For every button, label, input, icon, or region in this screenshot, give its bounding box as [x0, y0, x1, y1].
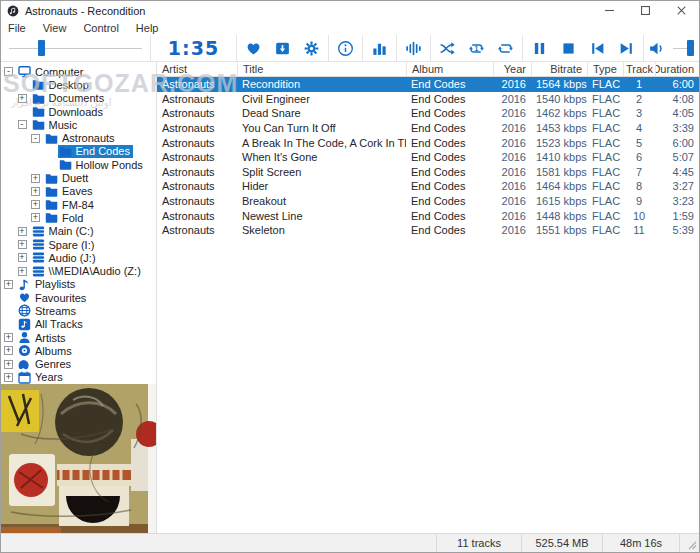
- tree-item-media-audio-z[interactable]: +\\MEDIA\Audio (Z:): [1, 264, 156, 277]
- tree-item-astronauts[interactable]: -Astronauts: [1, 131, 156, 144]
- cell-bitrate: 1453 kbps: [531, 122, 587, 134]
- minimize-button[interactable]: [591, 1, 627, 20]
- tree-item-hollow-ponds[interactable]: Hollow Ponds: [1, 158, 156, 171]
- tree-item-years[interactable]: +Years: [1, 371, 156, 384]
- album-art: [1, 384, 156, 533]
- expand-icon[interactable]: +: [4, 373, 13, 382]
- tree-item-audio-j[interactable]: +Audio (J:): [1, 251, 156, 264]
- drive-icon: [32, 238, 45, 251]
- table-row[interactable]: AstronautsDead SnareEnd Codes20161462 kb…: [157, 106, 699, 121]
- volume-track[interactable]: [673, 48, 691, 49]
- expand-icon[interactable]: +: [31, 213, 40, 222]
- spectrum-button[interactable]: [399, 35, 428, 61]
- tree-item-documents[interactable]: +Documents: [1, 92, 156, 105]
- maximize-button[interactable]: [627, 1, 663, 20]
- table-row[interactable]: AstronautsWhen It's GoneEnd Codes2016141…: [157, 150, 699, 165]
- previous-button[interactable]: [583, 35, 612, 61]
- stop-button[interactable]: [554, 35, 583, 61]
- table-row[interactable]: AstronautsYou Can Turn It OffEnd Codes20…: [157, 121, 699, 136]
- table-row[interactable]: AstronautsCivil EngineerEnd Codes2016154…: [157, 92, 699, 107]
- cell-title: Dead Snare: [237, 107, 406, 119]
- column-header-duration[interactable]: Duration: [655, 62, 699, 76]
- tree-item-eaves[interactable]: +Eaves: [1, 185, 156, 198]
- expand-icon[interactable]: +: [31, 200, 40, 209]
- table-row[interactable]: AstronautsHiderEnd Codes20161464 kbpsFLA…: [157, 179, 699, 194]
- repeat-button[interactable]: [491, 35, 520, 61]
- menu-file[interactable]: File: [8, 22, 26, 34]
- settings-button[interactable]: [297, 35, 326, 61]
- menu-view[interactable]: View: [43, 22, 67, 34]
- expand-icon[interactable]: +: [31, 174, 40, 183]
- tree-item-streams[interactable]: Streams: [1, 304, 156, 317]
- expand-icon[interactable]: +: [4, 360, 13, 369]
- pause-button[interactable]: [525, 35, 554, 61]
- shuffle-button[interactable]: [433, 35, 462, 61]
- tree-item-music[interactable]: -Music: [1, 118, 156, 131]
- repeat-icon: [497, 40, 514, 57]
- seek-slider[interactable]: [1, 35, 151, 61]
- table-row[interactable]: AstronautsNewest LineEnd Codes20161448 k…: [157, 208, 699, 223]
- expand-icon[interactable]: +: [18, 240, 27, 249]
- table-row[interactable]: AstronautsReconditionEnd Codes20161564 k…: [157, 77, 699, 92]
- tree-item-computer[interactable]: -Computer: [1, 65, 156, 78]
- cell-track: 7: [623, 166, 655, 178]
- tree-item-duett[interactable]: +Duett: [1, 171, 156, 184]
- collapse-icon[interactable]: -: [18, 120, 27, 129]
- volume-handle[interactable]: [687, 40, 694, 56]
- table-row[interactable]: AstronautsA Break In The Code, A Cork In…: [157, 135, 699, 150]
- equalizer-button[interactable]: [365, 35, 394, 61]
- menu-control[interactable]: Control: [83, 22, 118, 34]
- tree-item-favourites[interactable]: Favourites: [1, 291, 156, 304]
- column-header-year[interactable]: Year: [493, 62, 531, 76]
- expand-icon[interactable]: +: [4, 280, 13, 289]
- column-header-album[interactable]: Album: [406, 62, 493, 76]
- column-header-type[interactable]: Type: [587, 62, 623, 76]
- tree-item-main-c[interactable]: +Main (C:): [1, 225, 156, 238]
- favourite-button[interactable]: [239, 35, 268, 61]
- column-header-track[interactable]: Track: [623, 62, 655, 76]
- expand-icon[interactable]: +: [18, 253, 27, 262]
- tree-item-all-tracks[interactable]: All Tracks: [1, 318, 156, 331]
- seek-handle[interactable]: [38, 40, 45, 56]
- collapse-icon[interactable]: -: [4, 67, 13, 76]
- column-header-artist[interactable]: Artist: [157, 62, 237, 76]
- tree-item-label: Years: [35, 371, 63, 383]
- tree-item-end-codes[interactable]: End Codes: [1, 145, 156, 158]
- close-button[interactable]: [663, 1, 699, 20]
- menu-help[interactable]: Help: [136, 22, 159, 34]
- expand-icon[interactable]: +: [18, 267, 27, 276]
- cell-track: 3: [623, 107, 655, 119]
- tree-item-desktop[interactable]: Desktop: [1, 78, 156, 91]
- collapse-icon[interactable]: -: [31, 134, 40, 143]
- tree-selection: End Codes: [58, 145, 133, 158]
- tree-item-artists[interactable]: +Artists: [1, 331, 156, 344]
- tree-item-fm-84[interactable]: +FM-84: [1, 198, 156, 211]
- expand-icon[interactable]: +: [18, 94, 27, 103]
- resize-grip[interactable]: [679, 534, 699, 552]
- tree-item-content: Audio (J:): [31, 251, 99, 264]
- repeat-one-button[interactable]: 1: [462, 35, 491, 61]
- toolbar-group: [237, 35, 328, 61]
- tree-item-spare-i[interactable]: +Spare (I:): [1, 238, 156, 251]
- next-button[interactable]: [612, 35, 641, 61]
- collect-button[interactable]: [268, 35, 297, 61]
- tree-item-fold[interactable]: +Fold: [1, 211, 156, 224]
- expand-icon[interactable]: +: [4, 346, 13, 355]
- tree-item-downloads[interactable]: Downloads: [1, 105, 156, 118]
- cell-track: 1: [623, 78, 655, 90]
- table-row[interactable]: AstronautsSkeletonEnd Codes20161551 kbps…: [157, 223, 699, 238]
- table-row[interactable]: AstronautsSplit ScreenEnd Codes20161581 …: [157, 165, 699, 180]
- cell-album: End Codes: [406, 210, 493, 222]
- column-header-bitrate[interactable]: Bitrate: [531, 62, 587, 76]
- expand-icon[interactable]: +: [31, 187, 40, 196]
- info-button[interactable]: [331, 35, 360, 61]
- tree-item-playlists[interactable]: +Playlists: [1, 278, 156, 291]
- column-header-title[interactable]: Title: [237, 62, 406, 76]
- tree-item-albums[interactable]: +Albums: [1, 344, 156, 357]
- table-row[interactable]: AstronautsBreakoutEnd Codes20161615 kbps…: [157, 194, 699, 209]
- expand-icon[interactable]: +: [18, 227, 27, 236]
- tree-item-genres[interactable]: +Genres: [1, 358, 156, 371]
- cell-album: End Codes: [406, 78, 493, 90]
- cell-title: When It's Gone: [237, 151, 406, 163]
- expand-icon[interactable]: +: [4, 333, 13, 342]
